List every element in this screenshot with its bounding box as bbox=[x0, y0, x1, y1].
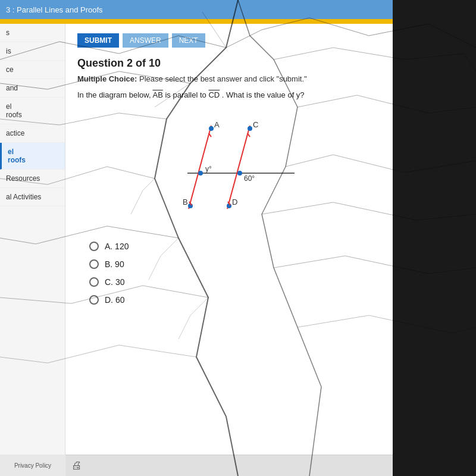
submit-button[interactable]: SUBMIT bbox=[77, 33, 119, 48]
question-text-before: In the diagram below, bbox=[77, 90, 151, 99]
chapter-title: 3 : Parallel Lines and Proofs bbox=[6, 5, 103, 14]
content-area: 3 : Parallel Lines and Proofs s is ce an… bbox=[0, 0, 393, 476]
sidebar-item-resources[interactable]: Resources bbox=[0, 170, 65, 188]
line-ab: AB bbox=[152, 90, 162, 99]
question-text-middle: is parallel to bbox=[165, 90, 206, 99]
choice-b-label: B. 90 bbox=[105, 259, 124, 269]
sidebar-item-el-roofs[interactable]: elroofs bbox=[0, 98, 65, 124]
geometry-diagram: A C B D bbox=[152, 111, 306, 230]
svg-text:60°: 60° bbox=[244, 174, 255, 183]
sidebar-item-s[interactable]: s bbox=[0, 24, 65, 42]
question-type: Multiple Choice: Please select the best … bbox=[77, 74, 381, 83]
choice-a-label: A. 120 bbox=[105, 242, 129, 251]
choice-c[interactable]: C. 30 bbox=[89, 277, 381, 287]
privacy-policy-link[interactable]: Privacy Policy bbox=[14, 462, 51, 469]
yellow-accent-bar bbox=[0, 19, 393, 24]
question-header: Question 2 of 10 bbox=[77, 57, 381, 70]
answer-button[interactable]: ANSWER bbox=[123, 33, 168, 48]
choice-c-label: C. 30 bbox=[105, 277, 124, 287]
question-text: In the diagram below, AB is parallel to … bbox=[77, 89, 381, 101]
print-icon[interactable]: 🖨 bbox=[71, 459, 82, 472]
screen-container: 3 : Parallel Lines and Proofs s is ce an… bbox=[0, 0, 476, 476]
privacy-bar: Privacy Policy bbox=[0, 455, 65, 476]
sidebar-item-ce[interactable]: ce bbox=[0, 61, 65, 79]
toolbar: SUBMIT ANSWER NEXT bbox=[77, 33, 381, 48]
sidebar-item-activities[interactable]: al Activities bbox=[0, 188, 65, 206]
radio-c[interactable] bbox=[89, 277, 99, 287]
chapter-bar: 3 : Parallel Lines and Proofs bbox=[0, 0, 393, 19]
next-button[interactable]: NEXT bbox=[172, 33, 205, 48]
question-type-instruction: Please select the best answer and click … bbox=[139, 74, 307, 83]
svg-point-11 bbox=[198, 171, 203, 176]
choice-d-label: D. 60 bbox=[105, 295, 124, 305]
sidebar: s is ce and elroofs actice elroofs Resou… bbox=[0, 24, 65, 476]
svg-text:D: D bbox=[232, 198, 237, 206]
svg-text:C: C bbox=[253, 120, 258, 129]
bottom-bar: 🖨 bbox=[65, 455, 393, 476]
svg-point-12 bbox=[237, 171, 242, 176]
svg-point-3 bbox=[209, 126, 214, 131]
sidebar-item-and[interactable]: and bbox=[0, 79, 65, 98]
main-content: SUBMIT ANSWER NEXT Question 2 of 10 Mult… bbox=[65, 24, 393, 476]
sidebar-item-is[interactable]: is bbox=[0, 42, 65, 61]
svg-point-5 bbox=[248, 126, 252, 131]
svg-line-2 bbox=[227, 126, 250, 209]
choice-a[interactable]: A. 120 bbox=[89, 242, 381, 251]
answer-choices: A. 120 B. 90 C. 30 D. 60 bbox=[89, 242, 381, 305]
sidebar-item-el-roofs-active[interactable]: elroofs bbox=[0, 143, 65, 170]
svg-text:B: B bbox=[183, 198, 188, 206]
dark-side bbox=[393, 0, 476, 476]
radio-a[interactable] bbox=[89, 242, 99, 251]
radio-b[interactable] bbox=[89, 259, 99, 269]
line-cd: CD bbox=[208, 90, 220, 99]
question-type-label: Multiple Choice: bbox=[77, 74, 137, 83]
choice-b[interactable]: B. 90 bbox=[89, 259, 381, 269]
svg-text:y°: y° bbox=[205, 165, 212, 173]
diagram: A C B D bbox=[152, 111, 306, 230]
question-text-after: . What is the value of y? bbox=[222, 90, 305, 99]
sidebar-item-actice[interactable]: actice bbox=[0, 124, 65, 143]
choice-d[interactable]: D. 60 bbox=[89, 295, 381, 305]
svg-text:A: A bbox=[214, 120, 220, 129]
radio-d[interactable] bbox=[89, 295, 99, 305]
